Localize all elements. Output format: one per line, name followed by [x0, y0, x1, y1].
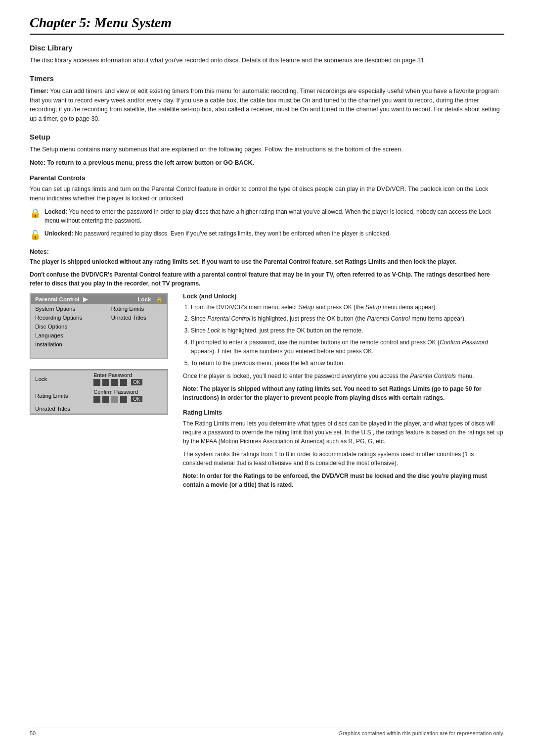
rating-limits-section: Rating Limits The Rating Limits menu let…	[183, 409, 504, 489]
step-3: Since Lock is highlighted, just press th…	[191, 326, 504, 335]
confirm-ok-button[interactable]: OK	[131, 396, 142, 402]
menu-row-system: System Options Rating Limits	[31, 304, 167, 313]
unrated-titles-cell: Unrated Titles	[107, 313, 167, 322]
notes-header: Notes:	[30, 248, 504, 255]
pw-row-lock: Lock Enter Password OK	[31, 371, 167, 387]
confirm-dot-4	[120, 396, 127, 403]
parental-control-label: Parental Control	[35, 296, 79, 302]
dot-1	[93, 379, 100, 386]
rating-limits-cell: Rating Limits	[107, 304, 167, 313]
pw-empty-cell	[89, 404, 167, 413]
rating-limits-title: Rating Limits	[183, 409, 504, 416]
rating-limits-body1: The Rating Limits menu lets you determin…	[183, 419, 504, 446]
unlocked-icon: 🔓	[30, 230, 41, 240]
timers-heading: Timers	[30, 74, 504, 83]
menu-header-row: Parental Control ▶ Lock 🔒	[31, 294, 167, 304]
lock-header: Lock 🔒	[138, 296, 163, 303]
recording-options-cell: Recording Options	[31, 313, 107, 322]
pw-confirm-cell: Confirm Password OK	[89, 387, 167, 404]
instructions-column: Lock (and Unlock) From the DVD/VCR's mai…	[183, 293, 504, 494]
unlocked-text: Unlocked: No password required to play d…	[44, 229, 391, 238]
empty-cell-2	[107, 331, 167, 340]
dot-4	[120, 379, 127, 386]
menu-row-languages: Languages	[31, 331, 167, 340]
disc-library-body: The disc library accesses information ab…	[30, 56, 504, 65]
installation-cell: Installation	[31, 340, 107, 349]
menu-row-disc: Disc Options	[31, 322, 167, 331]
password-screenshot-inner: Lock Enter Password OK	[30, 370, 168, 414]
lock-unlock-title: Lock (and Unlock)	[183, 293, 504, 300]
enter-password-dots: OK	[93, 379, 163, 386]
pw-row-unrated: Unrated Titles	[31, 404, 167, 413]
setup-body: The Setup menu contains many submenus th…	[30, 145, 504, 154]
footer-note: Graphics contained within this publicati…	[339, 730, 504, 736]
enter-password-label: Enter Password	[93, 372, 163, 378]
locked-icon: 🔒	[30, 208, 41, 219]
disc-library-heading: Disc Library	[30, 44, 504, 52]
menu-row-installation: Installation	[31, 340, 167, 349]
disc-options-cell: Disc Options	[31, 322, 107, 331]
confirm-dot-3	[111, 396, 118, 403]
pw-lock-cell: Lock	[31, 371, 89, 387]
screenshot-password: Lock Enter Password OK	[30, 369, 168, 415]
dot-3	[111, 379, 118, 386]
chapter-title: Chapter 5: Menu System	[30, 15, 504, 35]
parental-controls-heading: Parental Controls	[30, 174, 504, 182]
step-5: To return to the previous menu, press th…	[191, 359, 504, 368]
screenshot-1-inner: Parental Control ▶ Lock 🔒 System Options…	[30, 293, 168, 359]
parental-note2: Don't confuse the DVD/VCR's Parental Con…	[30, 270, 504, 288]
confirm-dot-1	[93, 396, 100, 403]
timers-body: Timer: You can add timers and view or ed…	[30, 87, 504, 124]
languages-cell: Languages	[31, 331, 107, 340]
empty-cell-4	[31, 349, 107, 358]
main-content-area: Parental Control ▶ Lock 🔒 System Options…	[30, 293, 504, 494]
confirm-dot-2	[102, 396, 109, 403]
enter-ok-button[interactable]: OK	[131, 379, 142, 385]
rating-limits-note: Note: In order for the Ratings to be enf…	[183, 472, 504, 489]
screenshots-column: Parental Control ▶ Lock 🔒 System Options…	[30, 293, 168, 494]
pw-menu: Lock Enter Password OK	[31, 371, 167, 413]
empty-cell-3	[107, 340, 167, 349]
footer-page-number: 50	[30, 730, 36, 736]
unlocked-item: 🔓 Unlocked: No password required to play…	[30, 229, 504, 240]
confirm-password-dots: OK	[93, 396, 163, 403]
rating-limits-body2: The system ranks the ratings from 1 to 8…	[183, 450, 504, 468]
lock-unlock-steps: From the DVD/VCR's main menu, select Set…	[183, 303, 504, 368]
step-2: Since Parental Control is highlighted, j…	[191, 314, 504, 324]
after-steps-text: Once the player is locked, you'll need t…	[183, 372, 504, 380]
pw-row-rating: Rating Limits Confirm Password OK	[31, 387, 167, 404]
empty-cell-1	[107, 322, 167, 331]
setup-note: Note: To return to a previous menu, pres…	[30, 158, 504, 168]
menu-row-recording: Recording Options Unrated Titles	[31, 313, 167, 322]
menu-empty-row	[31, 349, 167, 358]
parental-note1: The player is shipped unlocked without a…	[30, 257, 504, 266]
setup-heading: Setup	[30, 133, 504, 141]
left-menu-table: Parental Control ▶ Lock 🔒 System Options…	[31, 294, 167, 358]
footer: 50 Graphics contained within this public…	[30, 727, 504, 736]
empty-cell-5	[107, 349, 167, 358]
pw-enter-cell: Enter Password OK	[89, 371, 167, 387]
system-options-cell: System Options	[31, 304, 107, 313]
step-4: If prompted to enter a password, use the…	[191, 338, 504, 356]
dot-2	[102, 379, 109, 386]
locked-text: Locked: You need to enter the password i…	[44, 207, 504, 225]
pw-unrated-cell: Unrated Titles	[31, 404, 89, 413]
arrow-icon: ▶	[83, 296, 88, 302]
parental-controls-body: You can set up ratings limits and turn o…	[30, 185, 504, 203]
lock-bold-note: Note: The player is shipped without any …	[183, 384, 504, 402]
screenshot-menu-1: Parental Control ▶ Lock 🔒 System Options…	[30, 293, 168, 359]
pw-rating-cell: Rating Limits	[31, 387, 89, 404]
confirm-password-label: Confirm Password	[93, 389, 163, 395]
step-1: From the DVD/VCR's main menu, select Set…	[191, 303, 504, 312]
locked-item: 🔒 Locked: You need to enter the password…	[30, 207, 504, 225]
